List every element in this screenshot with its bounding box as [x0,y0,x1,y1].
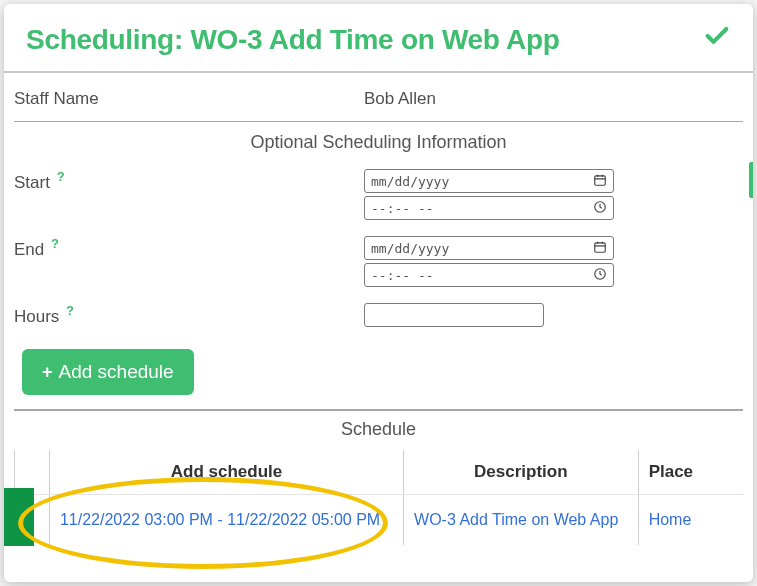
hours-input[interactable] [364,303,544,327]
schedule-link[interactable]: 11/22/2022 03:00 PM - 11/22/2022 05:00 P… [60,511,380,528]
table-header-description: Description [404,450,639,495]
scheduling-dialog: Scheduling: WO-3 Add Time on Web App Sta… [4,4,753,582]
svg-rect-0 [595,175,606,184]
add-schedule-button[interactable]: + Add schedule [22,349,194,395]
end-time-input[interactable]: --:-- -- [364,263,614,287]
staff-row: Staff Name Bob Allen [14,83,743,115]
divider [14,121,743,122]
end-row: End ? mm/dd/yyyy --:-- -- [14,230,743,293]
clock-icon [593,267,607,284]
start-row: Start ? mm/dd/yyyy --:-- -- [14,163,743,226]
start-time-input[interactable]: --:-- -- [364,196,614,220]
svg-rect-5 [595,242,606,251]
table-header-row: Add schedule Description Place [15,450,744,495]
schedule-table: Add schedule Description Place 11/22/202… [14,450,743,545]
dialog-title: Scheduling: WO-3 Add Time on Web App [26,24,560,56]
start-label-text: Start [14,173,50,192]
dialog-header: Scheduling: WO-3 Add Time on Web App [4,4,753,73]
date-placeholder: mm/dd/yyyy [371,174,449,189]
hours-row: Hours ? [14,297,743,333]
help-icon[interactable]: ? [57,169,65,184]
hours-label: Hours ? [14,297,364,333]
end-label-text: End [14,240,44,259]
annotation-block [4,488,34,546]
plus-icon: + [42,362,53,383]
start-inputs: mm/dd/yyyy --:-- -- [364,163,743,226]
end-inputs: mm/dd/yyyy --:-- -- [364,230,743,293]
check-icon[interactable] [703,22,731,57]
start-date-input[interactable]: mm/dd/yyyy [364,169,614,193]
table-header-place: Place [638,450,743,495]
description-link[interactable]: WO-3 Add Time on Web App [414,511,618,528]
table-header-schedule: Add schedule [49,450,403,495]
clock-icon [593,200,607,217]
start-label: Start ? [14,163,364,199]
place-link[interactable]: Home [649,511,692,528]
time-placeholder: --:-- -- [371,201,434,216]
hours-label-text: Hours [14,307,59,326]
calendar-icon [593,173,607,190]
staff-name-value: Bob Allen [364,83,743,115]
staff-name-label: Staff Name [14,83,364,115]
help-icon[interactable]: ? [66,303,74,318]
add-schedule-label: Add schedule [59,361,174,383]
divider [14,409,743,411]
row-place-cell: Home [638,495,743,546]
calendar-icon [593,240,607,257]
help-icon[interactable]: ? [51,236,59,251]
decorative-strip [749,162,753,198]
row-schedule-cell: 11/22/2022 03:00 PM - 11/22/2022 05:00 P… [49,495,403,546]
table-row: 11/22/2022 03:00 PM - 11/22/2022 05:00 P… [15,495,744,546]
end-label: End ? [14,230,364,266]
dialog-body: Staff Name Bob Allen Optional Scheduling… [4,73,753,545]
row-description-cell: WO-3 Add Time on Web App [404,495,639,546]
schedule-table-wrap: Add schedule Description Place 11/22/202… [14,450,743,545]
optional-section-title: Optional Scheduling Information [14,132,743,153]
time-placeholder: --:-- -- [371,268,434,283]
hours-input-cell [364,297,743,333]
date-placeholder: mm/dd/yyyy [371,241,449,256]
schedule-section-title: Schedule [14,419,743,440]
end-date-input[interactable]: mm/dd/yyyy [364,236,614,260]
